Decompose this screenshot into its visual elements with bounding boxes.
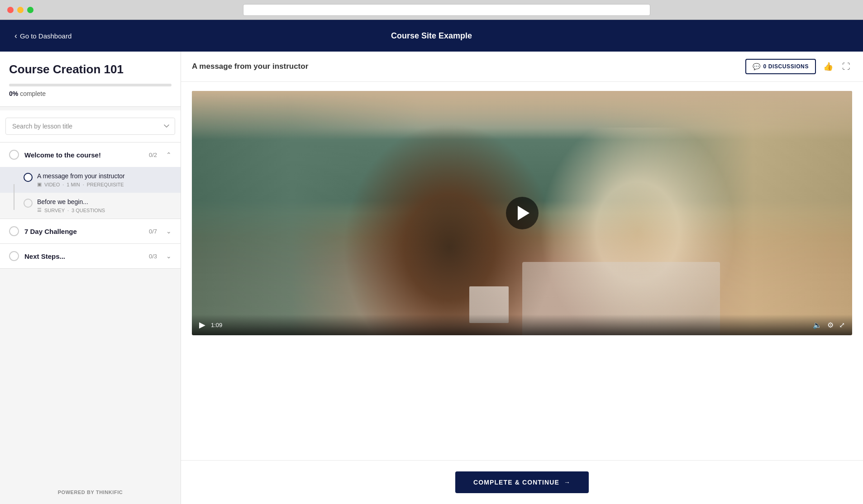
content-header: A message from your instructor 💬 0 DISCU… <box>181 52 863 82</box>
lesson-title-survey: Before we begin... <box>37 198 172 205</box>
app-container: ‹ Go to Dashboard Course Site Example Co… <box>0 20 863 504</box>
section-count-challenge: 0/7 <box>149 228 157 235</box>
progress-text: 0% complete <box>9 90 172 97</box>
lesson-circle-survey <box>24 199 33 208</box>
search-container: Search by lesson title <box>0 110 181 143</box>
content-area: A message from your instructor 💬 0 DISCU… <box>181 52 863 504</box>
meta-dot-2: · <box>83 182 84 187</box>
section-count-next-steps: 0/3 <box>149 253 157 260</box>
video-container: ▶ 1:09 🔈 ⚙ ⤢ <box>192 91 852 335</box>
header-actions: 💬 0 DISCUSSIONS 👍 ⛶ <box>745 59 852 74</box>
complete-button-label: COMPLETE & CONTINUE <box>473 479 559 486</box>
fullscreen-icon: ⛶ <box>842 62 850 71</box>
sections-list: Welcome to the course! 0/2 ⌃ A message f… <box>0 143 181 480</box>
nav-site-title: Course Site Example <box>391 31 472 41</box>
lesson-content-intro-video: A message from your instructor ▣ VIDEO ·… <box>37 172 172 187</box>
course-title: Course Creation 101 <box>9 62 172 76</box>
lesson-type-label-video: VIDEO <box>44 182 60 187</box>
discussions-chat-icon: 💬 <box>753 63 761 70</box>
complete-continue-button[interactable]: COMPLETE & CONTINUE → <box>455 471 589 493</box>
video-play-pause-button[interactable]: ▶ <box>199 320 205 330</box>
discussions-label: 0 DISCUSSIONS <box>763 63 809 70</box>
section-chevron-welcome: ⌃ <box>166 151 172 158</box>
course-header: Course Creation 101 0% complete <box>0 52 181 107</box>
section-complete-icon-challenge <box>9 226 19 236</box>
section-item-next-steps: Next Steps... 0/3 ⌄ <box>0 244 181 269</box>
progress-percent: 0% <box>9 90 18 97</box>
lesson-questions: 3 QUESTIONS <box>72 208 105 213</box>
meta-dot-survey: · <box>67 208 69 213</box>
lesson-prerequisite: PREREQUISITE <box>87 182 124 187</box>
discussions-button[interactable]: 💬 0 DISCUSSIONS <box>745 59 816 74</box>
browser-close-button[interactable] <box>7 7 14 13</box>
meta-dot-1: · <box>62 182 64 187</box>
progress-suffix: complete <box>20 90 46 97</box>
lesson-item-survey[interactable]: Before we begin... ☰ SURVEY · 3 QUESTION… <box>0 193 181 219</box>
section-chevron-next-steps: ⌄ <box>166 252 172 260</box>
section-header-challenge[interactable]: 7 Day Challenge 0/7 ⌄ <box>0 219 181 243</box>
lesson-connector <box>14 184 14 210</box>
complete-section: COMPLETE & CONTINUE → <box>181 460 863 504</box>
browser-chrome <box>0 0 863 20</box>
section-complete-icon-next-steps <box>9 251 19 261</box>
browser-maximize-button[interactable] <box>27 7 33 13</box>
thumbs-down-button[interactable]: 👍 <box>821 60 835 73</box>
video-timestamp: 1:09 <box>211 322 222 328</box>
video-controls: ▶ 1:09 🔈 ⚙ ⤢ <box>192 314 852 335</box>
expand-icon[interactable]: ⤢ <box>839 321 845 329</box>
section-header-welcome[interactable]: Welcome to the course! 0/2 ⌃ <box>0 143 181 167</box>
lesson-content-survey: Before we begin... ☰ SURVEY · 3 QUESTION… <box>37 198 172 213</box>
lesson-item-intro-video[interactable]: A message from your instructor ▣ VIDEO ·… <box>0 167 181 193</box>
browser-url-bar[interactable] <box>243 4 650 16</box>
lesson-circle-intro-video <box>24 173 33 182</box>
play-button[interactable] <box>506 197 539 229</box>
section-title-challenge: 7 Day Challenge <box>24 228 143 235</box>
section-item-challenge: 7 Day Challenge 0/7 ⌄ <box>0 219 181 244</box>
play-triangle-icon <box>518 206 529 220</box>
video-type-icon: ▣ <box>37 181 42 187</box>
settings-icon[interactable]: ⚙ <box>827 321 834 329</box>
section-count-welcome: 0/2 <box>149 152 157 158</box>
sidebar: Course Creation 101 0% complete Search b… <box>0 52 181 504</box>
lesson-title-intro-video: A message from your instructor <box>37 172 172 180</box>
back-chevron-icon: ‹ <box>14 31 17 41</box>
main-layout: Course Creation 101 0% complete Search b… <box>0 52 863 504</box>
lesson-search-select[interactable]: Search by lesson title <box>5 118 175 135</box>
section-item-welcome: Welcome to the course! 0/2 ⌃ A message f… <box>0 143 181 219</box>
volume-icon[interactable]: 🔈 <box>813 321 822 329</box>
video-thumbnail <box>192 91 852 335</box>
section-title-next-steps: Next Steps... <box>24 252 143 260</box>
thumbs-down-icon: 👍 <box>823 62 833 71</box>
powered-by: POWERED BY THINKIFIC <box>0 480 181 504</box>
lesson-list-welcome: A message from your instructor ▣ VIDEO ·… <box>0 167 181 219</box>
section-title-welcome: Welcome to the course! <box>24 151 143 159</box>
back-label: Go to Dashboard <box>20 32 72 40</box>
powered-by-label: POWERED BY <box>58 490 95 495</box>
survey-type-icon: ☰ <box>37 207 42 213</box>
back-to-dashboard-link[interactable]: ‹ Go to Dashboard <box>14 31 72 41</box>
fullscreen-button[interactable]: ⛶ <box>840 60 852 73</box>
section-header-next-steps[interactable]: Next Steps... 0/3 ⌄ <box>0 244 181 268</box>
section-complete-icon-welcome <box>9 150 19 160</box>
content-lesson-title: A message from your instructor <box>192 62 308 71</box>
top-navigation: ‹ Go to Dashboard Course Site Example <box>0 20 863 52</box>
section-chevron-challenge: ⌄ <box>166 228 172 235</box>
lesson-type-label-survey: SURVEY <box>44 208 65 213</box>
progress-bar-container <box>9 84 172 86</box>
brand-name: THINKIFIC <box>96 490 123 495</box>
complete-arrow-icon: → <box>564 479 571 486</box>
browser-minimize-button[interactable] <box>17 7 24 13</box>
lesson-meta-survey: ☰ SURVEY · 3 QUESTIONS <box>37 207 172 213</box>
lesson-duration-video: 1 MIN <box>67 182 80 187</box>
lesson-meta-intro-video: ▣ VIDEO · 1 MIN · PREREQUISITE <box>37 181 172 187</box>
